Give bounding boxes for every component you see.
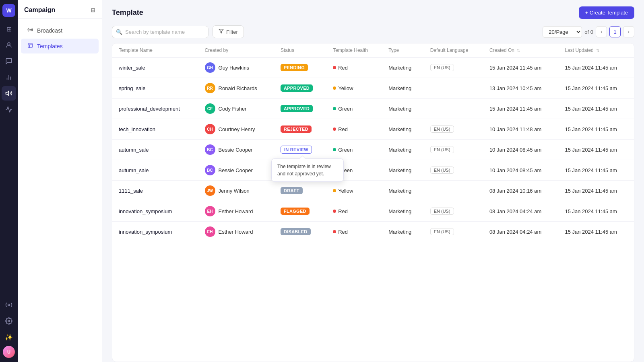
cell-updated: 15 Jan 2024 11:45 am: [558, 222, 634, 242]
settings-nav-icon[interactable]: [2, 314, 16, 328]
svg-point-0: [8, 43, 10, 45]
health-label: Green: [338, 106, 353, 112]
user-avatar[interactable]: U: [3, 346, 15, 358]
cell-name: winter_sale: [112, 58, 198, 78]
table-row[interactable]: autumn_sale BC Bessie Cooper PENDING Gre…: [112, 160, 634, 181]
filter-icon: [219, 29, 224, 35]
search-wrap: 🔍: [112, 26, 208, 38]
col-status: Status: [274, 43, 326, 58]
col-created-on: Created On ⇅: [483, 43, 559, 58]
health-label: Red: [338, 126, 348, 132]
cell-type: Marketing: [382, 181, 424, 201]
app-logo[interactable]: W: [2, 4, 15, 17]
cell-updated: 15 Jan 2024 11:45 am: [558, 119, 634, 140]
pagination: 20/Page 50/Page 100/Page of 0 ‹ 1 ›: [543, 26, 634, 38]
language-badge: EN (US): [430, 64, 454, 71]
cell-updated: 15 Jan 2024 11:45 am: [558, 140, 634, 160]
cell-type: Marketing: [382, 140, 424, 160]
cell-created: 13 Jan 2024 10:45 am: [483, 78, 559, 99]
cell-creator: RR Ronald Richards: [198, 78, 274, 99]
create-template-button[interactable]: + Create Template: [579, 6, 634, 19]
next-page-button[interactable]: ›: [623, 26, 634, 37]
contacts-nav-icon[interactable]: [2, 38, 16, 52]
creator-avatar: BC: [205, 144, 215, 155]
cell-health: Green: [326, 99, 382, 119]
cell-name: 1111_sale: [112, 181, 198, 201]
health-label: Yellow: [338, 85, 353, 91]
cell-language: EN (US): [424, 160, 483, 181]
status-badge: APPROVED: [281, 84, 313, 92]
table-row[interactable]: autumn_sale BC Bessie Cooper IN REVIEW T…: [112, 140, 634, 160]
chat-nav-icon[interactable]: [2, 54, 16, 68]
cell-language: [424, 78, 483, 99]
cell-name: spring_sale: [112, 78, 198, 99]
table-row[interactable]: innovation_symposium EH Esther Howard DI…: [112, 222, 634, 242]
creator-name: Esther Howard: [219, 229, 253, 235]
cell-health: Yellow: [326, 181, 382, 201]
page-size-select[interactable]: 20/Page 50/Page 100/Page: [543, 26, 582, 38]
health-label: Yellow: [338, 188, 353, 194]
health-dot: [333, 230, 336, 233]
filter-button[interactable]: Filter: [213, 25, 244, 38]
sidebar-item-templates[interactable]: Templates: [21, 39, 99, 53]
cell-type: Marketing: [382, 201, 424, 222]
status-badge: FLAGGED: [281, 208, 310, 215]
cell-status: APPROVED: [274, 99, 326, 119]
broadcast-label: Broadcast: [37, 27, 62, 34]
icon-sidebar: W ⊞ ✨ U: [0, 0, 18, 362]
tools-nav-icon[interactable]: [2, 298, 16, 312]
table-row[interactable]: winter_sale GH Guy Hawkins PENDING Red M…: [112, 58, 634, 78]
cell-language: EN (US): [424, 201, 483, 222]
cell-language: [424, 99, 483, 119]
health-label: Red: [338, 208, 348, 214]
creator-avatar: RR: [205, 83, 215, 93]
cell-language: EN (US): [424, 140, 483, 160]
health-label: Red: [338, 65, 348, 71]
chart-nav-icon[interactable]: [2, 70, 16, 84]
table-row[interactable]: spring_sale RR Ronald Richards APPROVED …: [112, 78, 634, 99]
cell-created: 08 Jan 2024 04:24 am: [483, 222, 559, 242]
cell-creator: EH Esther Howard: [198, 201, 274, 222]
health-label: Red: [338, 229, 348, 235]
svg-marker-4: [6, 91, 9, 96]
prev-page-button[interactable]: ‹: [596, 26, 607, 37]
total-pages: of 0: [584, 29, 593, 35]
cell-health: Red: [326, 222, 382, 242]
cell-updated: 15 Jan 2024 11:45 am: [558, 181, 634, 201]
language-badge: EN (US): [430, 228, 454, 235]
creator-avatar: CF: [205, 103, 215, 114]
health-dot: [333, 66, 336, 69]
template-table: Template Name Created by Status Template…: [112, 43, 634, 242]
sidebar-item-broadcast[interactable]: Broadcast: [21, 23, 99, 38]
creator-avatar: JW: [205, 185, 215, 196]
cell-creator: CH Courtney Henry: [198, 119, 274, 140]
collapse-button[interactable]: ⊟: [91, 7, 95, 13]
table-row[interactable]: 1111_sale JW Jenny Wilson DRAFT Yellow M…: [112, 181, 634, 201]
creator-avatar: EH: [205, 226, 215, 237]
language-badge: EN (US): [430, 125, 454, 133]
cell-status: FLAGGED: [274, 201, 326, 222]
cell-health: Green: [326, 140, 382, 160]
grid-icon[interactable]: ⊞: [2, 22, 16, 36]
table-row[interactable]: innovation_symposium EH Esther Howard FL…: [112, 201, 634, 222]
cell-status: DRAFT: [274, 181, 326, 201]
creator-name: Ronald Richards: [219, 85, 257, 91]
creator-avatar: BC: [205, 165, 215, 175]
search-input[interactable]: [112, 26, 208, 38]
cell-type: Marketing: [382, 99, 424, 119]
table-row[interactable]: tech_innovation CH Courtney Henry REJECT…: [112, 119, 634, 140]
analytics-nav-icon[interactable]: [2, 102, 16, 117]
cell-type: Marketing: [382, 119, 424, 140]
ai-nav-icon[interactable]: ✨: [2, 330, 16, 344]
col-last-updated: Last Updated ⇅: [558, 43, 634, 58]
cell-status: PENDING: [274, 58, 326, 78]
status-badge: IN REVIEW: [281, 146, 312, 154]
campaign-nav-icon[interactable]: [2, 86, 16, 101]
col-template-health: Template Health: [326, 43, 382, 58]
cell-health: Red: [326, 201, 382, 222]
current-page: 1: [609, 26, 621, 37]
cell-created: 10 Jan 2024 11:48 am: [483, 119, 559, 140]
cell-language: [424, 181, 483, 201]
toolbar: 🔍 Filter 20/Page 50/Page 100/Page of 0 ‹…: [102, 25, 644, 43]
table-row[interactable]: professional_development CF Cody Fisher …: [112, 99, 634, 119]
